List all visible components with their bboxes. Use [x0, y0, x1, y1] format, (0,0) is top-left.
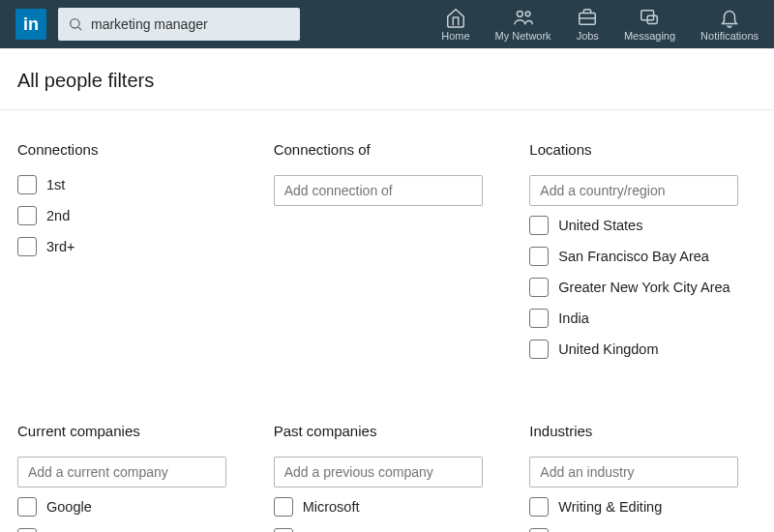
checkbox-row[interactable]: Google — [274, 528, 501, 532]
top-nav-bar: in Home My Network Jobs Messaging Notifi… — [0, 0, 774, 48]
checkbox-row[interactable]: United Kingdom — [529, 340, 757, 359]
locations-input[interactable] — [529, 175, 738, 206]
filter-heading: Locations — [529, 141, 757, 158]
nav-label: Jobs — [577, 30, 599, 42]
svg-point-0 — [71, 19, 79, 28]
checkbox-row[interactable]: Microsoft — [274, 497, 501, 517]
filter-heading: Industries — [529, 423, 757, 439]
checkbox-label: Microsoft — [303, 499, 360, 515]
checkbox-label: Writing & Editing — [558, 499, 662, 515]
home-icon — [445, 7, 466, 28]
checkbox-icon — [17, 497, 37, 517]
checkbox-icon — [529, 340, 549, 359]
industry-input[interactable] — [529, 457, 738, 488]
checkbox-row[interactable]: United States — [529, 216, 757, 235]
filter-heading: Current companies — [17, 423, 245, 439]
svg-point-2 — [517, 11, 522, 16]
checkbox-label: 3rd+ — [46, 239, 74, 254]
checkbox-row[interactable]: Google — [17, 497, 245, 517]
filter-heading: Connections — [17, 141, 245, 158]
filter-current-companies: Current companies Google LinkedIn — [17, 409, 245, 532]
checkbox-icon — [17, 528, 37, 532]
messaging-icon — [639, 7, 660, 28]
filters-grid: Connections 1st 2nd 3rd+ Connections of … — [0, 110, 774, 532]
svg-point-3 — [525, 12, 530, 16]
checkbox-icon — [529, 497, 549, 517]
checkbox-icon — [17, 237, 37, 256]
checkbox-label: United Kingdom — [558, 341, 658, 357]
nav-label: Home — [441, 30, 469, 42]
checkbox-icon — [274, 528, 293, 532]
checkbox-row[interactable]: 3rd+ — [17, 237, 245, 256]
svg-line-1 — [78, 27, 81, 30]
page-header: All people filters — [0, 48, 774, 110]
search-box[interactable] — [58, 8, 300, 41]
search-input[interactable] — [91, 16, 290, 32]
filter-connections-of: Connections of — [274, 128, 501, 370]
page-title: All people filters — [17, 70, 757, 92]
checkbox-icon — [529, 528, 549, 532]
checkbox-icon — [17, 206, 37, 225]
nav-label: Messaging — [624, 30, 675, 42]
checkbox-label: India — [558, 310, 588, 326]
checkbox-row[interactable]: Marketing & Advertising — [529, 528, 757, 532]
filter-past-companies: Past companies Microsoft Google — [274, 409, 501, 532]
checkbox-icon — [274, 497, 293, 517]
nav-label: Notifications — [700, 30, 759, 42]
search-icon — [68, 16, 83, 32]
nav-notifications[interactable]: Notifications — [700, 7, 759, 42]
checkbox-label: 2nd — [46, 208, 70, 223]
checkbox-row[interactable]: Greater New York City Area — [529, 278, 757, 297]
nav-home[interactable]: Home — [441, 7, 469, 42]
nav-label: My Network — [495, 30, 551, 42]
past-company-input[interactable] — [274, 457, 483, 488]
checkbox-row[interactable]: 2nd — [17, 206, 245, 225]
checkbox-icon — [529, 247, 549, 266]
connections-of-input[interactable] — [274, 175, 483, 206]
checkbox-row[interactable]: 1st — [17, 175, 245, 194]
checkbox-label: 1st — [46, 177, 65, 192]
checkbox-label: San Francisco Bay Area — [558, 249, 709, 264]
checkbox-icon — [529, 216, 549, 235]
checkbox-label: Google — [46, 499, 92, 515]
nav-messaging[interactable]: Messaging — [624, 7, 675, 42]
bell-icon — [719, 7, 740, 28]
nav-network[interactable]: My Network — [495, 7, 551, 42]
filter-heading: Connections of — [274, 141, 501, 158]
network-icon — [513, 7, 534, 28]
checkbox-row[interactable]: LinkedIn — [17, 528, 245, 532]
filter-heading: Past companies — [274, 423, 501, 439]
filter-industries: Industries Writing & Editing Marketing &… — [529, 409, 757, 532]
checkbox-row[interactable]: Writing & Editing — [529, 497, 757, 517]
briefcase-icon — [577, 7, 598, 28]
filter-locations: Locations United States San Francisco Ba… — [529, 128, 757, 370]
checkbox-icon — [529, 309, 549, 328]
current-company-input[interactable] — [17, 457, 226, 488]
checkbox-icon — [17, 175, 37, 194]
filter-connections: Connections 1st 2nd 3rd+ — [17, 128, 245, 370]
checkbox-row[interactable]: India — [529, 309, 757, 328]
nav-menu: Home My Network Jobs Messaging Notificat… — [441, 7, 759, 42]
linkedin-logo[interactable]: in — [15, 9, 46, 40]
checkbox-icon — [529, 278, 549, 297]
checkbox-label: Greater New York City Area — [558, 280, 729, 295]
nav-jobs[interactable]: Jobs — [577, 7, 599, 42]
checkbox-row[interactable]: San Francisco Bay Area — [529, 247, 757, 266]
checkbox-label: United States — [558, 218, 642, 233]
